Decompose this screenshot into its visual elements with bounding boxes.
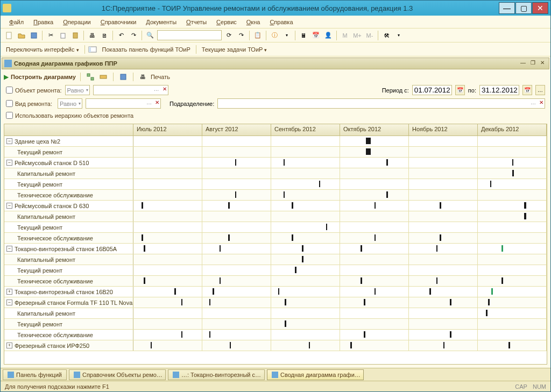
gantt-bar[interactable]: [440, 234, 441, 241]
gantt-bar[interactable]: [235, 191, 237, 198]
object-op-combo[interactable]: Равно: [65, 85, 90, 95]
expander-icon[interactable]: −: [6, 138, 12, 144]
gantt-row[interactable]: Техническое обслуживание: [4, 190, 547, 201]
calc-icon[interactable]: 🖩: [298, 30, 309, 41]
settings-icon[interactable]: 🛠: [381, 30, 392, 41]
gantt-row[interactable]: +Фрезерный станок ИРФ250: [4, 340, 547, 351]
gantt-bar[interactable]: [436, 277, 438, 284]
minimize-button[interactable]: —: [499, 2, 515, 14]
object-filter-input[interactable]: …✕: [93, 85, 168, 95]
expander-icon[interactable]: −: [6, 203, 12, 209]
date-to-calendar-icon[interactable]: 📅: [522, 85, 532, 95]
gantt-bar[interactable]: [524, 202, 526, 209]
maximize-button[interactable]: ▢: [515, 2, 532, 14]
open-icon[interactable]: [16, 30, 27, 41]
m-icon[interactable]: M: [340, 30, 350, 41]
menu-item[interactable]: Операции: [59, 18, 95, 26]
gantt-bar[interactable]: [278, 288, 280, 295]
gantt-bar[interactable]: [142, 202, 143, 209]
gantt-bar[interactable]: [295, 267, 296, 273]
gantt-row[interactable]: Капитальный ремонт: [4, 308, 547, 319]
gantt-bar[interactable]: [292, 234, 293, 241]
copy2-icon[interactable]: 📋: [252, 30, 263, 41]
search-input[interactable]: [157, 30, 222, 40]
gantt-bar[interactable]: [228, 202, 230, 209]
gantt-row[interactable]: Капитальный ремонт: [4, 254, 547, 265]
type-filter-checkbox[interactable]: [6, 100, 13, 107]
gantt-bar[interactable]: [144, 277, 145, 284]
expander-icon[interactable]: −: [6, 160, 12, 166]
gantt-bar[interactable]: [450, 331, 451, 338]
gantt-bar[interactable]: [508, 342, 510, 348]
gantt-bar[interactable]: [326, 224, 328, 230]
gantt-bar[interactable]: [302, 256, 303, 262]
gantt-bar[interactable]: [429, 288, 431, 295]
gantt-row[interactable]: Текущий ремонт: [4, 222, 547, 233]
gantt-bar[interactable]: [361, 277, 362, 284]
print-button[interactable]: Печать: [151, 74, 170, 80]
taskbar-item[interactable]: Справочник Объекты ремо…: [69, 369, 166, 380]
cut-icon[interactable]: ✂: [45, 30, 56, 41]
period-picker-button[interactable]: …: [535, 85, 545, 95]
expander-icon[interactable]: +: [6, 343, 12, 348]
taskbar-item[interactable]: …: Токарно-винторезный с…: [168, 369, 265, 380]
gantt-bar[interactable]: [364, 331, 365, 338]
gantt-row[interactable]: +Токарно-винторезный станок 16В20: [4, 287, 547, 297]
user-icon[interactable]: 👤: [323, 30, 334, 41]
settings-drop-icon[interactable]: ▾: [393, 30, 404, 41]
gantt-bar[interactable]: [375, 202, 376, 209]
gantt-bar[interactable]: [151, 342, 152, 348]
gantt-bar[interactable]: [284, 159, 285, 166]
print-diagram-icon[interactable]: 🖶: [138, 72, 149, 82]
gantt-row[interactable]: Текущий ремонт: [4, 319, 547, 330]
gantt-row[interactable]: −Фрезерный станок Formula TF 110 TL Nova: [4, 297, 547, 308]
object-filter-label[interactable]: Объект ремонта:: [6, 87, 62, 94]
menu-item[interactable]: Сервис: [212, 18, 241, 26]
gantt-row[interactable]: Капитальный ремонт: [4, 168, 547, 179]
current-tasks-link[interactable]: Текущие задачи ТОиР ▾: [200, 45, 270, 54]
gantt-bar[interactable]: [512, 159, 514, 166]
gantt-bar[interactable]: [501, 277, 503, 284]
gantt-bar[interactable]: [486, 310, 488, 316]
mminus-icon[interactable]: M-: [364, 30, 375, 41]
menu-item[interactable]: Документы: [142, 18, 181, 26]
menu-item[interactable]: Файл: [5, 18, 28, 26]
gantt-bar[interactable]: [213, 288, 214, 295]
type-filter-label[interactable]: Вид ремонта:: [6, 100, 54, 107]
gantt-bar[interactable]: [375, 234, 376, 241]
type-op-combo[interactable]: Равно: [58, 98, 82, 109]
gantt-bar[interactable]: [285, 320, 286, 327]
search-icon[interactable]: 🔍: [145, 30, 156, 41]
goto-icon[interactable]: ↷: [236, 30, 246, 41]
taskbar-item[interactable]: Панель функций: [3, 369, 67, 380]
panel-icon[interactable]: [88, 45, 97, 54]
save-diagram-icon[interactable]: [118, 72, 129, 82]
object-filter-checkbox[interactable]: [6, 87, 13, 94]
gantt-bar[interactable]: [386, 159, 388, 166]
redo-icon[interactable]: ↷: [128, 30, 139, 41]
gantt-bar[interactable]: [375, 288, 376, 295]
build-diagram-button[interactable]: Построить диаграмму: [11, 74, 76, 80]
gantt-bar[interactable]: [361, 245, 362, 252]
menu-item[interactable]: Правка: [29, 18, 58, 26]
mplus-icon[interactable]: M+: [352, 30, 363, 41]
date-from-calendar-icon[interactable]: 📅: [455, 85, 465, 95]
gantt-bar[interactable]: [181, 331, 183, 338]
doc-restore-icon[interactable]: ❐: [528, 60, 537, 67]
info-drop-icon[interactable]: ▾: [281, 30, 292, 41]
gantt-bar[interactable]: [220, 245, 221, 252]
gantt-bar[interactable]: [285, 299, 286, 305]
gantt-row[interactable]: Текущий ремонт: [4, 179, 547, 190]
gantt-bar[interactable]: [309, 342, 310, 348]
expander-icon[interactable]: −: [6, 246, 12, 252]
calendar-icon[interactable]: 📅: [310, 30, 321, 41]
gantt-bar[interactable]: [440, 202, 441, 209]
gantt-bar[interactable]: [436, 245, 438, 252]
gantt-bar[interactable]: [512, 170, 514, 176]
gantt-row[interactable]: −Здание цеха №2: [4, 136, 547, 147]
switch-interface-link[interactable]: Переключить интерфейс ▾: [4, 45, 81, 54]
copy-icon[interactable]: [58, 30, 68, 41]
collapse-all-icon[interactable]: [98, 72, 109, 82]
close-button[interactable]: ✕: [532, 2, 548, 14]
gantt-row[interactable]: Техническое обслуживание: [4, 233, 547, 244]
